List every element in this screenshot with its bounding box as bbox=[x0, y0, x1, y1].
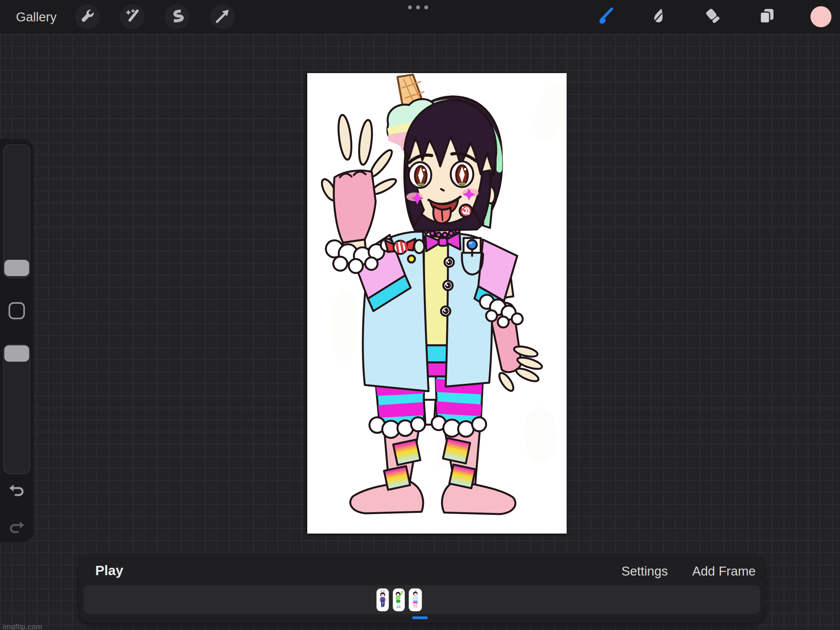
color-swatch[interactable] bbox=[810, 6, 831, 27]
layers-button[interactable] bbox=[754, 4, 779, 29]
brush-sidebar bbox=[0, 139, 33, 542]
frame-thumbnail-1[interactable] bbox=[377, 589, 388, 611]
drawing-canvas[interactable] bbox=[307, 73, 567, 534]
frame-thumbnail-3-current[interactable] bbox=[410, 589, 421, 611]
wrench-icon bbox=[79, 8, 96, 26]
arrow-cursor-icon bbox=[214, 8, 231, 26]
transform-button[interactable] bbox=[210, 4, 235, 29]
magic-wand-icon bbox=[124, 8, 140, 26]
layers-icon bbox=[758, 7, 776, 26]
eraser-icon bbox=[704, 7, 722, 26]
procreate-window: Gallery bbox=[0, 0, 840, 630]
multitasking-indicator[interactable] bbox=[408, 5, 428, 9]
play-button[interactable]: Play bbox=[95, 563, 123, 578]
eraser-tool-button[interactable] bbox=[700, 4, 725, 29]
settings-button[interactable]: Settings bbox=[621, 564, 668, 579]
canvas-artwork bbox=[307, 73, 567, 534]
selection-button[interactable] bbox=[164, 4, 189, 29]
frame-timeline[interactable] bbox=[84, 585, 760, 614]
brush-icon bbox=[596, 7, 614, 26]
smudge-tool-button[interactable] bbox=[646, 4, 671, 29]
gallery-button[interactable]: Gallery bbox=[16, 0, 57, 34]
animation-panel: Play Settings Add Frame bbox=[79, 553, 765, 623]
add-frame-button[interactable]: Add Frame bbox=[692, 564, 756, 579]
opacity-handle[interactable] bbox=[4, 345, 29, 362]
redo-button[interactable] bbox=[8, 519, 25, 536]
paint-tool-button[interactable] bbox=[592, 4, 617, 29]
frame-thumbnail-2[interactable] bbox=[394, 589, 404, 611]
brush-size-slider[interactable] bbox=[3, 144, 30, 278]
workspace-background: Play Settings Add Frame bbox=[0, 34, 840, 630]
brush-size-handle[interactable] bbox=[4, 260, 29, 276]
adjustments-button[interactable] bbox=[120, 4, 145, 29]
smudge-icon bbox=[650, 7, 668, 26]
top-toolbar: Gallery bbox=[0, 0, 840, 34]
actions-button[interactable] bbox=[75, 4, 100, 29]
current-frame-indicator[interactable] bbox=[412, 616, 428, 619]
s-curve-icon bbox=[169, 8, 185, 26]
modify-button[interactable] bbox=[9, 302, 25, 319]
opacity-slider[interactable] bbox=[3, 344, 30, 474]
watermark-text: imgflip.com bbox=[3, 623, 42, 630]
undo-button[interactable] bbox=[8, 482, 25, 499]
